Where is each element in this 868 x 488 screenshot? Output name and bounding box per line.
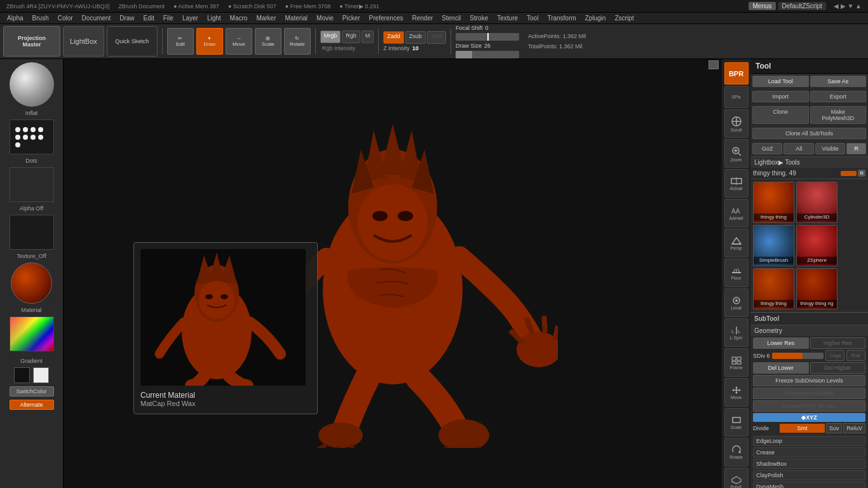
visible-button[interactable]: Visible xyxy=(815,143,845,154)
color-picker-area[interactable] xyxy=(10,316,54,355)
quick-sketch-button[interactable]: Quick Sketch xyxy=(107,26,158,57)
claypolish-button[interactable]: ClayPolish xyxy=(753,470,865,480)
thumb-zsphere[interactable]: ZSphere xyxy=(796,225,837,266)
crease-button[interactable]: Crease xyxy=(753,447,865,458)
projection-master-button[interactable]: Projection Master xyxy=(3,26,60,57)
scroll-button[interactable]: Scroll xyxy=(724,109,749,138)
bpr-button[interactable]: BPR xyxy=(724,62,749,85)
floor-button[interactable]: Floor xyxy=(724,259,749,287)
load-tool-button[interactable]: Load Tool xyxy=(752,76,809,87)
smt-button[interactable]: Smt xyxy=(780,424,825,433)
local-button[interactable]: Local xyxy=(724,288,749,317)
thumb-cylinder3d[interactable]: Cylinder3D xyxy=(796,182,837,223)
thumb-thingy-rig[interactable]: thingy thing rig xyxy=(796,268,837,309)
menu-marker[interactable]: Marker xyxy=(252,15,280,22)
alternate-button[interactable]: Alternate xyxy=(10,400,54,410)
zsub-button[interactable]: Zsub xyxy=(405,31,426,44)
switch-color-button[interactable]: SwitchColor xyxy=(10,386,54,396)
rotate-icon-button[interactable]: Rotate xyxy=(724,438,749,466)
material-preview[interactable] xyxy=(11,262,52,304)
menu-movie[interactable]: Movie xyxy=(312,15,338,22)
menu-preferences[interactable]: Preferences xyxy=(365,15,408,22)
menu-picker[interactable]: Picker xyxy=(338,15,365,22)
scale-icon-button[interactable]: Scale xyxy=(724,408,749,437)
higher-res-button[interactable]: Higher Res xyxy=(810,337,866,349)
alpha-off-preview[interactable] xyxy=(10,167,54,202)
thumb-thingy-thing[interactable]: thingy thing xyxy=(753,182,794,223)
lower-res-button[interactable]: Lower Res xyxy=(753,337,809,349)
suv-button[interactable]: Suv xyxy=(826,423,843,433)
all-button[interactable]: All xyxy=(783,143,813,154)
reconstruct-subdiv-button[interactable]: Reconstruct Subdiv xyxy=(753,388,865,399)
rgb-button[interactable]: Rgb xyxy=(342,30,360,43)
dynamesh-button[interactable]: DynaMesh xyxy=(753,482,865,488)
del-higher-button[interactable]: Del Higher xyxy=(810,362,866,374)
rotate-button[interactable]: ↻ Rotate xyxy=(284,28,311,55)
menu-zplugin[interactable]: Zplugin xyxy=(581,15,611,22)
menu-material[interactable]: Material xyxy=(281,15,313,22)
shadowbox-button[interactable]: ShadowBox xyxy=(753,459,865,469)
menu-draw[interactable]: Draw xyxy=(115,15,139,22)
menu-light[interactable]: Light xyxy=(203,15,226,22)
spix-button[interactable]: SPix xyxy=(724,86,749,108)
dots-preview[interactable] xyxy=(10,119,54,154)
menu-transform[interactable]: Transform xyxy=(543,15,580,22)
menu-alpha[interactable]: Alpha xyxy=(3,15,28,22)
rstr-button[interactable]: Rstr xyxy=(846,350,865,361)
menus-button[interactable]: Menus xyxy=(749,2,775,10)
aahalf-button[interactable]: AA AAHalf xyxy=(724,199,749,227)
menu-file[interactable]: File xyxy=(159,15,178,22)
menu-layer[interactable]: Layer xyxy=(178,15,203,22)
freeze-subdiv-button[interactable]: Freeze SubDivision Levels xyxy=(753,375,865,386)
zdot-button[interactable]: Zdot xyxy=(427,31,446,44)
reluv-button[interactable]: ReluV xyxy=(843,423,865,433)
sdiv-slider[interactable] xyxy=(772,353,824,359)
thingy-thing-item[interactable]: thingy thing. 49 R xyxy=(750,168,868,179)
save-as-button[interactable]: Save As xyxy=(810,76,867,87)
actual-button[interactable]: Actual xyxy=(724,169,749,198)
menu-render[interactable]: Render xyxy=(408,15,438,22)
scale-button[interactable]: ⊞ Scale xyxy=(255,28,281,55)
move-icon-button[interactable]: Move xyxy=(724,378,749,407)
black-swatch[interactable] xyxy=(14,367,30,383)
polyf-button[interactable]: PolyF xyxy=(724,468,749,488)
menu-zscript[interactable]: Zscript xyxy=(610,15,638,22)
menu-stencil[interactable]: Stencil xyxy=(437,15,465,22)
focal-shift-slider[interactable] xyxy=(456,33,519,41)
draw-button[interactable]: ✦ Draw xyxy=(196,28,223,55)
lsym-button[interactable]: LL L.Sym xyxy=(724,318,749,347)
del-lower-button[interactable]: Del Lower xyxy=(753,362,809,374)
menu-edit[interactable]: Edit xyxy=(139,15,159,22)
white-swatch[interactable] xyxy=(33,367,49,383)
menu-document[interactable]: Document xyxy=(78,15,116,22)
frame-button[interactable]: Frame xyxy=(724,348,749,377)
menu-texture[interactable]: Texture xyxy=(492,15,522,22)
geometry-section[interactable]: Geometry xyxy=(750,325,868,336)
viewport[interactable]: Current Material MatCap Red Wax xyxy=(64,71,722,488)
lightbox-button[interactable]: LightBox xyxy=(63,26,104,57)
zadd-button[interactable]: Zadd xyxy=(383,31,404,44)
thumb-thingy[interactable]: thingy thing xyxy=(753,268,794,309)
thumb-simplebrush[interactable]: SimpleBrush xyxy=(753,225,794,266)
texture-off-preview[interactable] xyxy=(10,215,54,250)
goz-button[interactable]: GoZ xyxy=(752,143,782,154)
persp-button[interactable]: Persp xyxy=(724,229,749,257)
edit-button[interactable]: ✏ Edit xyxy=(167,28,194,55)
subtool-header[interactable]: SubTool xyxy=(750,312,868,325)
menu-stroke[interactable]: Stroke xyxy=(465,15,492,22)
r-badge[interactable]: R xyxy=(846,143,866,154)
move-button[interactable]: ↔ Move xyxy=(226,28,252,55)
nav-icons[interactable]: ◀ ▶ ▼ ▲ xyxy=(830,3,865,10)
m-button[interactable]: M xyxy=(362,30,374,43)
alpha-sphere[interactable] xyxy=(10,62,54,107)
menu-color[interactable]: Color xyxy=(53,15,78,22)
cage-button[interactable]: Cage xyxy=(825,350,844,361)
draw-size-slider[interactable] xyxy=(456,51,519,58)
clone-button[interactable]: Clone xyxy=(752,106,809,124)
zoom-button[interactable]: Zoom xyxy=(724,139,749,168)
xyz-button[interactable]: ◆XYZ xyxy=(753,413,865,422)
clone-all-subtools-button[interactable]: Clone All SubTools xyxy=(752,128,866,139)
lightbox-tools-section[interactable]: Lightbox▶ Tools xyxy=(750,156,868,168)
make-polymesh3d-button[interactable]: Make PolyMesh3D xyxy=(810,106,867,124)
menu-tool[interactable]: Tool xyxy=(522,15,543,22)
